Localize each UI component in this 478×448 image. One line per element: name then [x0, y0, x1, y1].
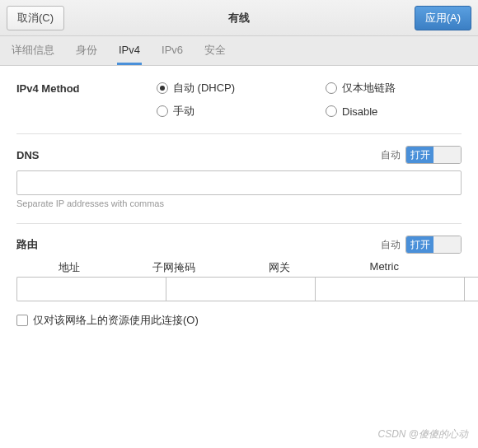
routes-auto-toggle-wrap: 自动 打开	[381, 236, 462, 254]
ipv4-method-row: IPv4 Method 自动 (DHCP) 仅本地链路 手动 Disable	[16, 81, 462, 119]
radio-icon	[157, 82, 168, 94]
apply-button[interactable]: 应用(A)	[415, 6, 471, 30]
dns-hint: Separate IP addresses with commas	[16, 198, 462, 208]
tab-ipv4[interactable]: IPv4	[117, 36, 142, 65]
tab-security[interactable]: 安全	[203, 35, 227, 67]
radio-linklocal[interactable]: 仅本地链路	[326, 81, 462, 96]
route-gateway-input[interactable]	[315, 277, 464, 301]
col-netmask: 子网掩码	[122, 260, 227, 275]
radio-dhcp[interactable]: 自动 (DHCP)	[157, 81, 293, 96]
col-address: 地址	[16, 260, 122, 275]
radio-icon	[157, 105, 168, 117]
toggle-on-label: 打开	[406, 147, 433, 163]
ipv4-method-options: 自动 (DHCP) 仅本地链路 手动 Disable	[157, 81, 462, 119]
radio-manual[interactable]: 手动	[157, 104, 293, 119]
radio-label: 手动	[173, 104, 194, 119]
radio-disable[interactable]: Disable	[326, 104, 462, 119]
dns-auto-label: 自动	[381, 148, 401, 162]
divider	[16, 133, 462, 134]
radio-label: Disable	[342, 105, 377, 118]
routes-label: 路由	[16, 237, 38, 252]
tab-ipv6[interactable]: IPv6	[160, 36, 185, 65]
watermark: CSDN @傻傻的心动	[377, 427, 468, 441]
radio-icon	[326, 82, 337, 94]
radio-label: 仅本地链路	[342, 81, 396, 96]
dns-section-head: DNS 自动 打开	[16, 146, 462, 164]
dns-auto-toggle[interactable]: 打开	[405, 146, 462, 164]
col-gateway: 网关	[227, 260, 332, 275]
dialog-title: 有线	[0, 11, 478, 26]
col-metric: Metric	[332, 260, 438, 275]
tab-details[interactable]: 详细信息	[10, 35, 56, 67]
routes-auto-label: 自动	[381, 238, 401, 252]
routes-section-head: 路由 自动 打开	[16, 236, 462, 254]
route-netmask-input[interactable]	[166, 277, 315, 301]
toggle-handle	[433, 236, 461, 253]
tab-bar: 详细信息 身份 IPv4 IPv6 安全	[0, 36, 478, 66]
dns-input[interactable]	[16, 170, 462, 195]
only-resources-checkbox[interactable]: 仅对该网络上的资源使用此连接(O)	[16, 313, 462, 328]
dialog-header: 取消(C) 有线 应用(A)	[0, 0, 478, 36]
checkbox-icon	[16, 315, 28, 326]
content-area: IPv4 Method 自动 (DHCP) 仅本地链路 手动 Disable D…	[0, 66, 478, 343]
route-metric-input[interactable]	[464, 277, 478, 301]
only-resources-label: 仅对该网络上的资源使用此连接(O)	[33, 313, 199, 328]
dns-label: DNS	[16, 149, 39, 161]
routes-auto-toggle[interactable]: 打开	[405, 236, 462, 254]
ipv4-method-label: IPv4 Method	[16, 81, 157, 95]
col-action	[437, 260, 462, 275]
radio-icon	[326, 105, 337, 117]
toggle-on-label: 打开	[406, 236, 433, 253]
toggle-handle	[433, 147, 461, 163]
route-address-input[interactable]	[16, 277, 166, 301]
dns-auto-toggle-wrap: 自动 打开	[381, 146, 462, 164]
route-row	[16, 277, 462, 301]
radio-label: 自动 (DHCP)	[173, 81, 235, 96]
cancel-button[interactable]: 取消(C)	[7, 6, 64, 30]
routes-column-headers: 地址 子网掩码 网关 Metric	[16, 260, 462, 275]
tab-identity[interactable]: 身份	[74, 35, 99, 67]
divider	[16, 223, 462, 224]
